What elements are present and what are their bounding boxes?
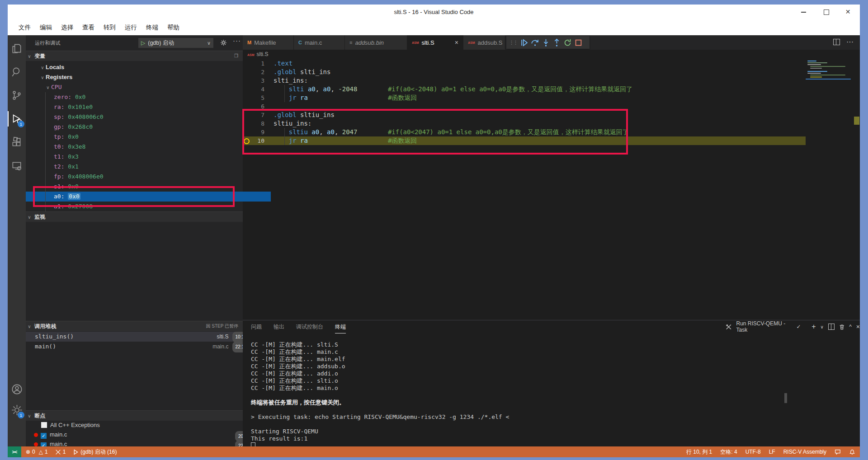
panel-tab-2[interactable]: 调试控制台 [296,321,323,333]
feedback-icon[interactable] [835,449,841,455]
panel-tab-3[interactable]: 终端 [335,321,346,333]
editor-tab-addsub-bin[interactable]: ≡addsub.bin [345,35,407,50]
terminal-dropdown-icon[interactable]: ∨ [821,324,824,329]
call-stack-section-header[interactable]: ∨ 调用堆栈 因 STEP 已暂停 [26,321,243,331]
step-over-icon[interactable] [531,38,539,47]
terminal-task-label[interactable]: Run RISCV-QEMU - Task [736,320,792,333]
encoding-status[interactable]: UTF-8 [745,449,761,455]
register-row-t0[interactable]: t0: 0x3e8 [26,142,271,152]
breakpoint-checkbox[interactable]: ✓ [41,433,47,439]
panel-tab-0[interactable]: 问题 [251,321,262,333]
minimize-button[interactable] [800,8,807,16]
remote-indicator[interactable]: >< [8,446,21,457]
maximize-panel-icon[interactable]: ^ [849,324,852,330]
menu-item-3[interactable]: 查看 [78,20,99,35]
watch-section-header[interactable]: ∨ 监视 [26,211,243,222]
problems-status[interactable]: ⊗0 △1 [26,449,48,455]
register-row-tp[interactable]: tp: 0x0 [26,132,271,142]
menu-bar: 文件编辑选择查看转到运行终端帮助 [8,20,860,35]
breakpoint-checkbox[interactable] [41,422,47,428]
step-out-icon[interactable] [552,38,561,47]
register-name: sp: [54,113,68,120]
language-mode-status[interactable]: RISC-V Assembly [783,449,826,455]
check-icon: ✓ [797,324,801,330]
close-panel-icon[interactable]: × [856,323,860,330]
scrollbar-thumb[interactable] [784,393,787,403]
running-tasks-status[interactable]: 1 [55,449,66,455]
variables-group-cpu[interactable]: ∨CPU [26,82,262,92]
sidebar-more-actions-icon[interactable]: ··· [233,37,241,44]
stop-icon[interactable] [574,38,583,47]
register-name: t2: [54,163,68,170]
register-row-sp[interactable]: sp: 0x408006c0 [26,112,271,122]
register-row-gp[interactable]: gp: 0x268c0 [26,122,271,132]
code-line-3[interactable]: 3slti_ins: [243,76,806,85]
stack-frame-location: main.c22:1 [212,342,247,352]
tab-close-icon[interactable]: × [455,39,458,46]
debug-session-status[interactable]: (gdb) 启动 (16) [73,448,117,456]
stack-frame-row-1[interactable]: main()main.c22:1 [26,342,252,352]
continue-icon[interactable] [520,38,528,47]
account-icon[interactable] [8,379,26,399]
start-debug-icon[interactable]: ▷ [141,40,145,46]
editor-tab-main-c[interactable]: Cmain.c [294,35,345,50]
collapse-all-icon[interactable]: ❐ [234,51,238,61]
debug-settings-gear-icon[interactable] [220,39,227,46]
breakpoint-row-1[interactable]: ✓main.c20 [26,430,251,439]
chevron-down-icon: ∨ [26,322,33,332]
code-text: .globl slti_ins [274,68,330,76]
code-line-2[interactable]: 2.globl slti_ins [243,68,806,76]
extensions-icon[interactable] [8,132,26,153]
variables-group-registers[interactable]: ∨Registers [26,72,256,82]
register-row-fp[interactable]: fp: 0x408006e0 [26,172,271,182]
editor-tab-makefile[interactable]: MMakefile [243,35,294,50]
menu-item-2[interactable]: 选择 [57,20,78,35]
menu-item-7[interactable]: 帮助 [163,20,184,35]
editor-tab-addsub-s[interactable]: ASMaddsub.S [463,35,505,50]
register-row-zero[interactable]: zero: 0x0 [26,92,271,102]
cursor-position-status[interactable]: 行 10, 列 1 [686,448,712,456]
new-terminal-icon[interactable]: + [811,323,816,331]
maximize-button[interactable] [822,8,830,16]
breadcrumb[interactable]: ASMslti.S [243,50,860,59]
run-and-debug-icon[interactable]: 1 [8,108,26,129]
step-into-icon[interactable] [542,38,550,47]
eol-status[interactable]: LF [769,449,775,455]
editor-more-actions-icon[interactable]: ··· [846,38,854,46]
search-icon[interactable] [8,61,26,82]
menu-item-4[interactable]: 转到 [99,20,120,35]
split-editor-icon[interactable] [833,39,840,45]
settings-gear-icon[interactable]: 1 [8,399,26,420]
split-terminal-icon[interactable] [828,324,835,330]
register-row-t1[interactable]: t1: 0x3 [26,152,271,162]
kill-terminal-trash-icon[interactable] [839,324,845,330]
minimap[interactable] [806,59,854,320]
menu-item-0[interactable]: 文件 [14,20,35,35]
menu-item-1[interactable]: 编辑 [35,20,57,35]
breakpoints-section-header[interactable]: ∨ 断点 [26,410,243,421]
menu-item-6[interactable]: 终端 [142,20,163,35]
breadcrumb-file[interactable]: slti.S [257,51,269,57]
variables-group-locals[interactable]: ∨Locals [26,62,256,72]
toolbar-drag-handle[interactable]: ⋮⋮ [509,40,517,46]
register-row-ra[interactable]: ra: 0x101e0 [26,102,271,112]
code-line-4[interactable]: 4 slti a0, a0, -2048 #if(a0<-2048) a0=1 … [243,85,806,94]
source-control-icon[interactable] [8,85,26,106]
stack-frame-row-0[interactable]: sltiu_ins()slti.S10:1 [26,332,252,342]
restart-icon[interactable] [563,38,572,47]
variables-section-header[interactable]: ∨ 变量 ❐ [26,51,243,61]
breakpoint-row-0[interactable]: All C++ Exceptions [26,420,258,430]
remote-explorer-icon[interactable] [8,155,26,176]
code-line-5[interactable]: 5 jr ra #函数返回 [243,94,806,102]
indentation-status[interactable]: 空格: 4 [720,448,737,456]
code-line-1[interactable]: 1.text [243,59,806,68]
explorer-icon[interactable] [8,38,26,59]
register-row-t2[interactable]: t2: 0x1 [26,162,271,172]
panel-tab-1[interactable]: 输出 [274,321,284,333]
editor-tab-slti-s[interactable]: ASMslti.S× [407,35,463,50]
register-value: 0x0 [75,94,85,100]
notifications-bell-icon[interactable] [849,449,855,455]
menu-item-5[interactable]: 运行 [120,20,142,35]
close-button[interactable]: ✕ [844,8,852,16]
launch-config-dropdown[interactable]: ▷ (gdb) 启动 ∨ [138,38,213,48]
